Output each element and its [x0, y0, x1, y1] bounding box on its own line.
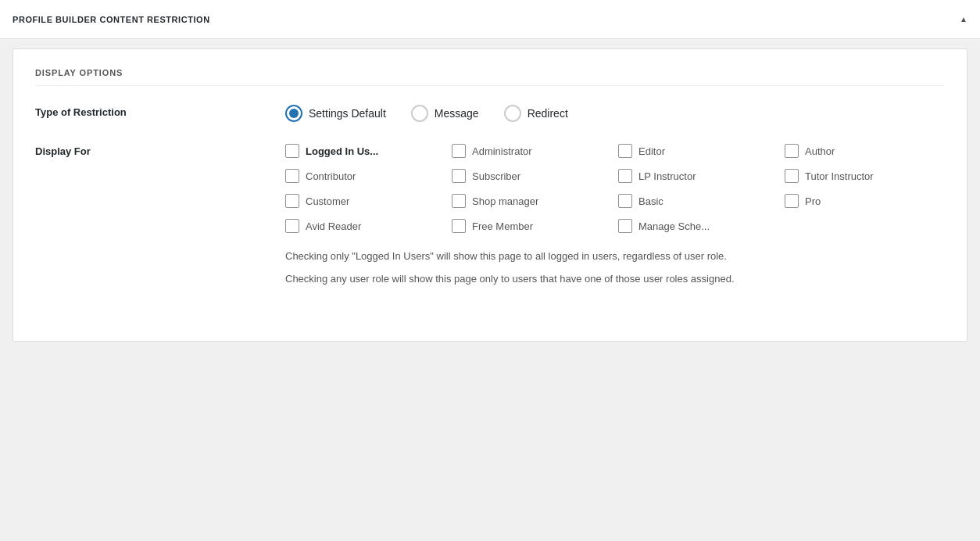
- panel-body: DISPLAY OPTIONS Type of Restriction Sett…: [13, 48, 967, 342]
- checkbox-box-author: [785, 144, 799, 158]
- radio-group: Settings Default Message Redirect: [285, 105, 945, 122]
- page-wrapper: PROFILE BUILDER CONTENT RESTRICTION ▲ DI…: [0, 0, 980, 541]
- checkbox-box-free-member: [452, 219, 466, 233]
- panel-header: PROFILE BUILDER CONTENT RESTRICTION ▲: [0, 0, 980, 39]
- checkbox-label-author: Author: [805, 145, 835, 157]
- checkbox-shop-manager[interactable]: Shop manager: [452, 194, 612, 208]
- checkbox-lp-instructor[interactable]: LP Instructor: [618, 169, 778, 183]
- checkbox-box-contributor: [285, 169, 299, 183]
- checkbox-box-basic: [618, 194, 632, 208]
- radio-outer-settings-default: [285, 105, 302, 122]
- checkbox-box-logged-in-users: [285, 144, 299, 158]
- checkbox-subscriber[interactable]: Subscriber: [452, 169, 612, 183]
- checkbox-manage-schedule[interactable]: Manage Sche...: [618, 219, 778, 233]
- radio-label-redirect: Redirect: [528, 107, 568, 120]
- checkbox-box-customer: [285, 194, 299, 208]
- display-for-controls: Logged In Us... Administrator Editor Aut…: [285, 144, 945, 294]
- checkbox-label-shop-manager: Shop manager: [472, 195, 538, 207]
- checkbox-box-lp-instructor: [618, 169, 632, 183]
- checkbox-basic[interactable]: Basic: [618, 194, 778, 208]
- checkbox-box-tutor-instructor: [785, 169, 799, 183]
- checkbox-label-avid-reader: Avid Reader: [306, 220, 361, 232]
- type-of-restriction-row: Type of Restriction Settings Default Mes…: [35, 105, 945, 122]
- checkbox-label-contributor: Contributor: [306, 170, 356, 182]
- radio-settings-default[interactable]: Settings Default: [285, 105, 386, 122]
- checkbox-label-customer: Customer: [306, 195, 349, 207]
- checkbox-box-editor: [618, 144, 632, 158]
- type-of-restriction-controls: Settings Default Message Redirect: [285, 105, 945, 122]
- checkbox-customer[interactable]: Customer: [285, 194, 445, 208]
- checkbox-box-administrator: [452, 144, 466, 158]
- help-text-1: Checking only "Logged In Users" will sho…: [285, 249, 945, 265]
- checkbox-administrator[interactable]: Administrator: [452, 144, 612, 158]
- panel-title: PROFILE BUILDER CONTENT RESTRICTION: [13, 15, 210, 24]
- radio-label-message: Message: [435, 107, 479, 120]
- checkbox-label-subscriber: Subscriber: [472, 170, 520, 182]
- checkbox-box-pro: [785, 194, 799, 208]
- checkbox-label-free-member: Free Member: [472, 220, 533, 232]
- checkbox-box-manage-schedule: [618, 219, 632, 233]
- radio-label-settings-default: Settings Default: [309, 107, 386, 120]
- checkbox-logged-in-users[interactable]: Logged In Us...: [285, 144, 445, 158]
- section-label: DISPLAY OPTIONS: [35, 68, 945, 86]
- checkbox-editor[interactable]: Editor: [618, 144, 778, 158]
- checkbox-pro[interactable]: Pro: [785, 194, 945, 208]
- checkbox-label-logged-in-users: Logged In Us...: [306, 145, 378, 157]
- checkbox-author[interactable]: Author: [785, 144, 945, 158]
- checkbox-label-pro: Pro: [805, 195, 821, 207]
- checkbox-box-avid-reader: [285, 219, 299, 233]
- checkbox-free-member[interactable]: Free Member: [452, 219, 612, 233]
- radio-message[interactable]: Message: [411, 105, 479, 122]
- type-of-restriction-label: Type of Restriction: [35, 105, 285, 118]
- checkbox-box-subscriber: [452, 169, 466, 183]
- radio-redirect[interactable]: Redirect: [504, 105, 568, 122]
- panel-toggle-icon[interactable]: ▲: [960, 15, 967, 23]
- checkbox-empty-placeholder: [785, 219, 945, 233]
- checkbox-grid: Logged In Us... Administrator Editor Aut…: [285, 144, 945, 233]
- checkbox-label-editor: Editor: [638, 145, 665, 157]
- checkbox-box-shop-manager: [452, 194, 466, 208]
- display-for-label: Display For: [35, 144, 285, 157]
- radio-inner-settings-default: [289, 109, 299, 118]
- radio-outer-redirect: [504, 105, 521, 122]
- checkbox-label-administrator: Administrator: [472, 145, 532, 157]
- checkbox-label-manage-schedule: Manage Sche...: [638, 220, 710, 232]
- checkbox-tutor-instructor[interactable]: Tutor Instructor: [785, 169, 945, 183]
- checkbox-label-lp-instructor: LP Instructor: [638, 170, 696, 182]
- checkbox-avid-reader[interactable]: Avid Reader: [285, 219, 445, 233]
- help-text-2: Checking any user role will show this pa…: [285, 271, 945, 288]
- radio-outer-message: [411, 105, 428, 122]
- checkbox-label-tutor-instructor: Tutor Instructor: [805, 170, 874, 182]
- display-for-row: Display For Logged In Us... Administrato…: [35, 144, 945, 294]
- checkbox-label-basic: Basic: [638, 195, 663, 207]
- checkbox-contributor[interactable]: Contributor: [285, 169, 445, 183]
